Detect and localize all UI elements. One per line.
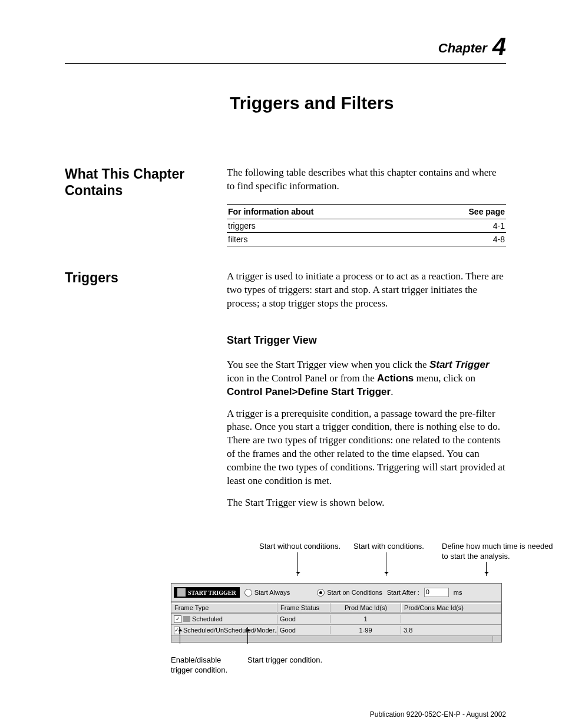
start-trigger-panel: START TRIGGER Start Always Start on Cond… <box>171 583 502 643</box>
table-row: triggers 4-1 <box>227 219 506 232</box>
arrow-icon <box>486 562 487 576</box>
frame-icon <box>183 616 190 622</box>
radio-start-on-conditions[interactable]: Start on Conditions <box>317 589 382 597</box>
arrow-icon <box>247 627 248 644</box>
start-trigger-view-heading: Start Trigger View <box>227 334 506 347</box>
panel-footer-bar <box>171 635 501 642</box>
start-trigger-p3: The Start Trigger view is shown below. <box>227 496 506 510</box>
col-frame-status[interactable]: Frame Status <box>277 603 330 612</box>
grid-row[interactable]: ✓ Scheduled Good 1 <box>171 613 501 624</box>
menu-path: Control Panel>Define Start Trigger <box>227 386 391 397</box>
section1-para: The following table describes what this … <box>227 166 506 193</box>
col-prodcons-mac[interactable]: Prod/Cons Mac Id(s) <box>401 603 501 612</box>
frame-status-value: Good <box>277 626 330 634</box>
callouts-top: Start without conditions. Start with con… <box>230 542 506 583</box>
row-checkbox[interactable]: ✓ <box>174 615 181 623</box>
chapter-label: Chapter 4 <box>65 32 506 63</box>
prodcons-mac-value: 3,8 <box>401 626 501 634</box>
section-triggers: Triggers <box>65 270 227 518</box>
col-frame-type[interactable]: Frame Type <box>171 603 277 612</box>
col-prod-mac[interactable]: Prod Mac Id(s) <box>330 603 401 612</box>
chapter-number: 4 <box>492 32 506 60</box>
arrow-icon <box>386 552 386 576</box>
radio-start-always[interactable]: Start Always <box>244 589 290 597</box>
triggers-intro: A trigger is used to initiate a process … <box>227 270 506 311</box>
arrow-icon <box>297 552 298 576</box>
table-row: filters 4-8 <box>227 232 506 246</box>
callout-start-with: Start with conditions. <box>353 542 424 552</box>
callout-define-time: Define how much time is needed to start … <box>442 542 554 562</box>
callout-start-without: Start without conditions. <box>259 542 340 552</box>
prodcons-mac-value <box>401 618 501 620</box>
prod-mac-value: 1 <box>330 615 401 623</box>
frame-type-value: Scheduled/UnScheduled/Moder... <box>183 627 277 634</box>
start-trigger-p1: You see the Start Trigger view when you … <box>227 358 506 399</box>
arrow-icon <box>180 627 180 644</box>
panel-title-tag: START TRIGGER <box>174 587 240 598</box>
scrollbar-stub[interactable] <box>492 636 501 642</box>
publication-footer: Publication 9220-052C-EN-P - August 2002 <box>370 710 506 719</box>
frame-type-value: Scheduled <box>192 615 223 622</box>
start-trigger-term: Start Trigger <box>429 359 490 370</box>
grid-row[interactable]: ✓ Scheduled/UnScheduled/Moder... Good 1-… <box>171 624 501 635</box>
page-title: Triggers and Filters <box>230 93 506 113</box>
section-what-this-chapter-contains: What This Chapter Contains <box>65 166 227 246</box>
table-header-info: For information about <box>227 204 421 219</box>
frame-status-value: Good <box>277 615 330 623</box>
prod-mac-value: 1-99 <box>330 626 401 634</box>
start-after-unit: ms <box>454 589 462 596</box>
contents-table: For information about See page triggers … <box>227 204 506 246</box>
start-after-input[interactable]: 0 <box>424 588 449 597</box>
header-rule <box>65 63 506 64</box>
panel-icon <box>177 588 186 597</box>
callout-start-trigger-condition: Start trigger condition. <box>247 655 322 666</box>
callout-enable-disable: Enable/disable trigger condition. <box>171 655 236 676</box>
table-header-page: See page <box>421 204 506 219</box>
start-trigger-p2: A trigger is a prerequisite condition, a… <box>227 407 506 489</box>
chapter-word: Chapter <box>438 41 487 55</box>
start-after-label: Start After : <box>387 589 419 596</box>
actions-term: Actions <box>377 373 414 384</box>
grid-header: Frame Type Frame Status Prod Mac Id(s) P… <box>171 602 501 613</box>
